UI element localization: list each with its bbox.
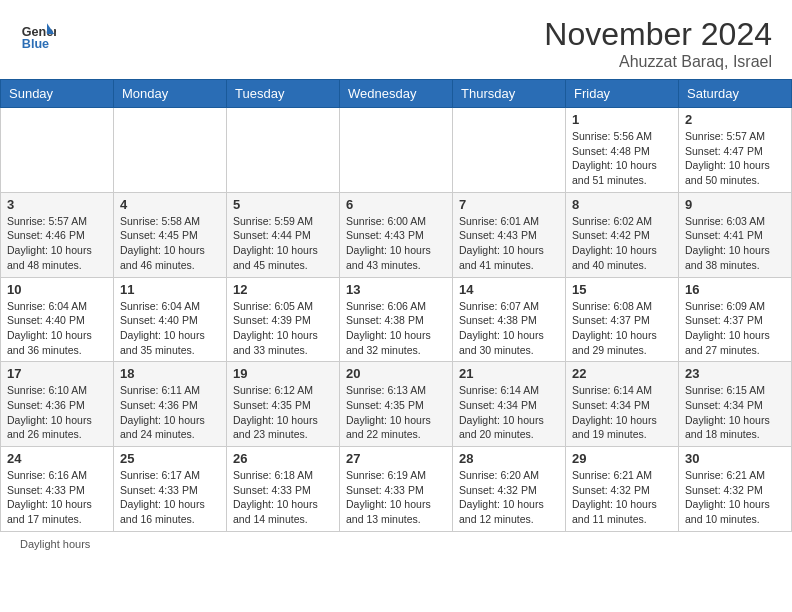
calendar-header-friday: Friday	[566, 80, 679, 108]
day-info: Sunrise: 5:59 AMSunset: 4:44 PMDaylight:…	[233, 214, 333, 273]
calendar-header-wednesday: Wednesday	[340, 80, 453, 108]
day-number: 17	[7, 366, 107, 381]
day-number: 30	[685, 451, 785, 466]
calendar-week-4: 17Sunrise: 6:10 AMSunset: 4:36 PMDayligh…	[1, 362, 792, 447]
title-block: November 2024 Ahuzzat Baraq, Israel	[544, 16, 772, 71]
calendar-cell: 19Sunrise: 6:12 AMSunset: 4:35 PMDayligh…	[227, 362, 340, 447]
day-info: Sunrise: 6:05 AMSunset: 4:39 PMDaylight:…	[233, 299, 333, 358]
day-number: 21	[459, 366, 559, 381]
day-number: 20	[346, 366, 446, 381]
calendar-cell: 18Sunrise: 6:11 AMSunset: 4:36 PMDayligh…	[114, 362, 227, 447]
calendar-cell: 11Sunrise: 6:04 AMSunset: 4:40 PMDayligh…	[114, 277, 227, 362]
day-info: Sunrise: 6:08 AMSunset: 4:37 PMDaylight:…	[572, 299, 672, 358]
calendar-cell: 22Sunrise: 6:14 AMSunset: 4:34 PMDayligh…	[566, 362, 679, 447]
day-info: Sunrise: 6:20 AMSunset: 4:32 PMDaylight:…	[459, 468, 559, 527]
day-info: Sunrise: 6:10 AMSunset: 4:36 PMDaylight:…	[7, 383, 107, 442]
header: General Blue November 2024 Ahuzzat Baraq…	[0, 0, 792, 79]
calendar-cell: 27Sunrise: 6:19 AMSunset: 4:33 PMDayligh…	[340, 447, 453, 532]
calendar-header-row: SundayMondayTuesdayWednesdayThursdayFrid…	[1, 80, 792, 108]
day-info: Sunrise: 6:13 AMSunset: 4:35 PMDaylight:…	[346, 383, 446, 442]
day-info: Sunrise: 6:15 AMSunset: 4:34 PMDaylight:…	[685, 383, 785, 442]
calendar-cell: 9Sunrise: 6:03 AMSunset: 4:41 PMDaylight…	[679, 192, 792, 277]
day-number: 18	[120, 366, 220, 381]
day-number: 19	[233, 366, 333, 381]
calendar-cell	[453, 108, 566, 193]
day-info: Sunrise: 6:12 AMSunset: 4:35 PMDaylight:…	[233, 383, 333, 442]
day-info: Sunrise: 6:18 AMSunset: 4:33 PMDaylight:…	[233, 468, 333, 527]
calendar-cell: 24Sunrise: 6:16 AMSunset: 4:33 PMDayligh…	[1, 447, 114, 532]
day-info: Sunrise: 6:11 AMSunset: 4:36 PMDaylight:…	[120, 383, 220, 442]
day-number: 13	[346, 282, 446, 297]
day-info: Sunrise: 6:04 AMSunset: 4:40 PMDaylight:…	[120, 299, 220, 358]
calendar-cell	[340, 108, 453, 193]
calendar-header-saturday: Saturday	[679, 80, 792, 108]
day-number: 12	[233, 282, 333, 297]
day-info: Sunrise: 5:56 AMSunset: 4:48 PMDaylight:…	[572, 129, 672, 188]
svg-text:Blue: Blue	[22, 37, 49, 51]
day-number: 24	[7, 451, 107, 466]
calendar-cell: 17Sunrise: 6:10 AMSunset: 4:36 PMDayligh…	[1, 362, 114, 447]
calendar-header-monday: Monday	[114, 80, 227, 108]
day-number: 15	[572, 282, 672, 297]
day-info: Sunrise: 6:16 AMSunset: 4:33 PMDaylight:…	[7, 468, 107, 527]
calendar-cell	[114, 108, 227, 193]
month-title: November 2024	[544, 16, 772, 53]
day-info: Sunrise: 6:17 AMSunset: 4:33 PMDaylight:…	[120, 468, 220, 527]
calendar-cell	[227, 108, 340, 193]
calendar-cell: 21Sunrise: 6:14 AMSunset: 4:34 PMDayligh…	[453, 362, 566, 447]
calendar-cell: 13Sunrise: 6:06 AMSunset: 4:38 PMDayligh…	[340, 277, 453, 362]
day-number: 9	[685, 197, 785, 212]
day-number: 26	[233, 451, 333, 466]
day-number: 11	[120, 282, 220, 297]
calendar-cell: 25Sunrise: 6:17 AMSunset: 4:33 PMDayligh…	[114, 447, 227, 532]
day-number: 23	[685, 366, 785, 381]
calendar-cell: 5Sunrise: 5:59 AMSunset: 4:44 PMDaylight…	[227, 192, 340, 277]
calendar-header-tuesday: Tuesday	[227, 80, 340, 108]
day-info: Sunrise: 6:07 AMSunset: 4:38 PMDaylight:…	[459, 299, 559, 358]
calendar-week-2: 3Sunrise: 5:57 AMSunset: 4:46 PMDaylight…	[1, 192, 792, 277]
day-info: Sunrise: 6:02 AMSunset: 4:42 PMDaylight:…	[572, 214, 672, 273]
calendar-cell: 2Sunrise: 5:57 AMSunset: 4:47 PMDaylight…	[679, 108, 792, 193]
day-number: 29	[572, 451, 672, 466]
calendar-header-sunday: Sunday	[1, 80, 114, 108]
calendar-cell: 1Sunrise: 5:56 AMSunset: 4:48 PMDaylight…	[566, 108, 679, 193]
day-number: 28	[459, 451, 559, 466]
calendar-week-5: 24Sunrise: 6:16 AMSunset: 4:33 PMDayligh…	[1, 447, 792, 532]
day-info: Sunrise: 6:00 AMSunset: 4:43 PMDaylight:…	[346, 214, 446, 273]
calendar-cell: 4Sunrise: 5:58 AMSunset: 4:45 PMDaylight…	[114, 192, 227, 277]
day-info: Sunrise: 5:57 AMSunset: 4:46 PMDaylight:…	[7, 214, 107, 273]
calendar-cell: 23Sunrise: 6:15 AMSunset: 4:34 PMDayligh…	[679, 362, 792, 447]
day-info: Sunrise: 6:03 AMSunset: 4:41 PMDaylight:…	[685, 214, 785, 273]
day-number: 6	[346, 197, 446, 212]
day-number: 14	[459, 282, 559, 297]
calendar: SundayMondayTuesdayWednesdayThursdayFrid…	[0, 79, 792, 532]
calendar-cell	[1, 108, 114, 193]
location: Ahuzzat Baraq, Israel	[544, 53, 772, 71]
day-info: Sunrise: 6:19 AMSunset: 4:33 PMDaylight:…	[346, 468, 446, 527]
day-info: Sunrise: 5:57 AMSunset: 4:47 PMDaylight:…	[685, 129, 785, 188]
calendar-cell: 29Sunrise: 6:21 AMSunset: 4:32 PMDayligh…	[566, 447, 679, 532]
day-number: 2	[685, 112, 785, 127]
day-number: 25	[120, 451, 220, 466]
calendar-cell: 7Sunrise: 6:01 AMSunset: 4:43 PMDaylight…	[453, 192, 566, 277]
day-info: Sunrise: 6:01 AMSunset: 4:43 PMDaylight:…	[459, 214, 559, 273]
calendar-cell: 15Sunrise: 6:08 AMSunset: 4:37 PMDayligh…	[566, 277, 679, 362]
calendar-header-thursday: Thursday	[453, 80, 566, 108]
day-number: 1	[572, 112, 672, 127]
calendar-cell: 12Sunrise: 6:05 AMSunset: 4:39 PMDayligh…	[227, 277, 340, 362]
day-info: Sunrise: 6:04 AMSunset: 4:40 PMDaylight:…	[7, 299, 107, 358]
day-number: 4	[120, 197, 220, 212]
day-number: 22	[572, 366, 672, 381]
day-info: Sunrise: 6:21 AMSunset: 4:32 PMDaylight:…	[572, 468, 672, 527]
day-number: 8	[572, 197, 672, 212]
calendar-cell: 26Sunrise: 6:18 AMSunset: 4:33 PMDayligh…	[227, 447, 340, 532]
calendar-cell: 14Sunrise: 6:07 AMSunset: 4:38 PMDayligh…	[453, 277, 566, 362]
day-number: 27	[346, 451, 446, 466]
calendar-cell: 20Sunrise: 6:13 AMSunset: 4:35 PMDayligh…	[340, 362, 453, 447]
day-number: 5	[233, 197, 333, 212]
calendar-cell: 6Sunrise: 6:00 AMSunset: 4:43 PMDaylight…	[340, 192, 453, 277]
logo: General Blue	[20, 16, 56, 52]
calendar-cell: 3Sunrise: 5:57 AMSunset: 4:46 PMDaylight…	[1, 192, 114, 277]
day-number: 10	[7, 282, 107, 297]
calendar-cell: 16Sunrise: 6:09 AMSunset: 4:37 PMDayligh…	[679, 277, 792, 362]
